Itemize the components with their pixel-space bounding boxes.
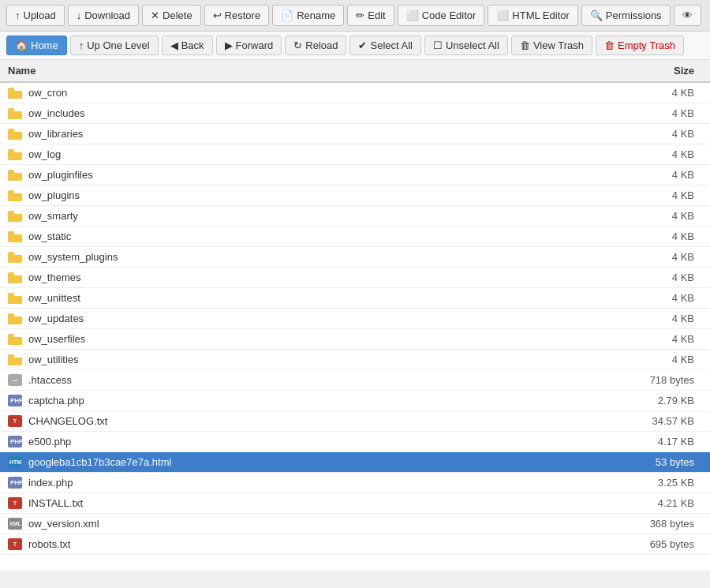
table-row[interactable]: ow_cron 4 KB xyxy=(0,82,710,103)
file-size-cell: 4.17 KB xyxy=(615,432,710,452)
table-row[interactable]: PHP captcha.php 2.79 KB xyxy=(0,391,710,411)
file-name-cell: ow_updates xyxy=(0,309,615,329)
unselect-all-icon: ☐ xyxy=(433,39,443,51)
table-row[interactable]: ow_includes 4 KB xyxy=(0,103,710,124)
folder-icon xyxy=(8,129,22,140)
nav-btn-view-trash[interactable]: 🗑View Trash xyxy=(511,36,592,55)
html-editor-icon: ⬜ xyxy=(496,9,509,21)
php-icon: PHP xyxy=(8,436,22,448)
file-size-cell: 4 KB xyxy=(615,350,710,370)
file-name-cell: ow_static xyxy=(0,227,615,247)
file-name-cell: T robots.txt xyxy=(0,534,615,555)
column-header-name[interactable]: Name xyxy=(0,60,615,82)
table-row[interactable]: ow_smarty 4 KB xyxy=(0,206,710,227)
folder-icon xyxy=(8,170,22,181)
nav-btn-select-all[interactable]: ✔Select All xyxy=(349,36,420,55)
table-row[interactable]: T robots.txt 695 bytes xyxy=(0,534,710,555)
table-row[interactable]: ow_themes 4 KB xyxy=(0,268,710,288)
toolbar: ↑Upload↓Download✕Delete↩Restore📄Rename✏E… xyxy=(0,0,710,32)
toolbar-btn-upload[interactable]: ↑Upload xyxy=(6,5,65,26)
toolbar-btn-rename[interactable]: 📄Rename xyxy=(272,5,344,26)
table-row[interactable]: — .htaccess 718 bytes xyxy=(0,370,710,391)
file-table-container: Name Size ow_cron 4 KB ow_includes 4 KB … xyxy=(0,60,710,571)
file-name-cell: ow_smarty xyxy=(0,206,615,227)
file-name: captcha.php xyxy=(28,395,84,406)
file-name: ow_libraries xyxy=(28,128,83,140)
table-row[interactable]: ow_utilities 4 KB xyxy=(0,350,710,370)
file-size-cell: 3.25 KB xyxy=(615,473,710,493)
file-name-cell: T INSTALL.txt xyxy=(0,493,615,514)
table-row[interactable]: ow_system_plugins 4 KB xyxy=(0,247,710,268)
table-row[interactable]: ow_pluginfiles 4 KB xyxy=(0,165,710,185)
table-row[interactable]: ow_libraries 4 KB xyxy=(0,124,710,144)
table-row[interactable]: HTM googleba1cb17b3cae7e7a.html 53 bytes xyxy=(0,452,710,473)
toolbar-btn-restore[interactable]: ↩Restore xyxy=(204,5,270,26)
table-row[interactable]: T INSTALL.txt 4.21 KB xyxy=(0,493,710,514)
table-row[interactable]: ow_updates 4 KB xyxy=(0,309,710,329)
folder-icon xyxy=(8,252,22,263)
file-size-cell: 4 KB xyxy=(615,247,710,268)
nav-btn-unselect-all[interactable]: ☐Unselect All xyxy=(424,36,508,55)
file-name-cell: ow_libraries xyxy=(0,124,615,144)
table-row[interactable]: ow_static 4 KB xyxy=(0,227,710,247)
file-size-cell: 368 bytes xyxy=(615,514,710,534)
file-name: googleba1cb17b3cae7e7a.html xyxy=(28,456,171,468)
html-icon: HTM xyxy=(8,456,22,468)
file-name-cell: ow_unittest xyxy=(0,288,615,309)
column-header-size[interactable]: Size xyxy=(615,60,710,82)
toolbar-btn-eye[interactable]: 👁 xyxy=(674,5,701,26)
toolbar-btn-permissions[interactable]: 🔍Permissions xyxy=(581,5,671,26)
code-editor-icon: ⬜ xyxy=(406,9,419,21)
file-size-cell: 718 bytes xyxy=(615,370,710,391)
file-size-cell: 4 KB xyxy=(615,329,710,350)
nav-btn-home[interactable]: 🏠Home xyxy=(6,36,67,55)
file-size-cell: 34.57 KB xyxy=(615,411,710,432)
file-size-cell: 4 KB xyxy=(615,103,710,124)
nav-btn-reload[interactable]: ↻Reload xyxy=(285,36,346,55)
toolbar-btn-edit[interactable]: ✏Edit xyxy=(347,5,394,26)
file-name: robots.txt xyxy=(28,538,70,550)
table-row[interactable]: ow_log 4 KB xyxy=(0,144,710,165)
file-name: CHANGELOG.txt xyxy=(28,415,107,427)
folder-icon xyxy=(8,211,22,222)
navbar: 🏠Home↑Up One Level◀Back▶Forward↻Reload✔S… xyxy=(0,32,710,60)
empty-trash-icon: 🗑 xyxy=(604,39,615,51)
file-name: ow_pluginfiles xyxy=(28,169,93,181)
file-name: ow_plugins xyxy=(28,189,80,201)
file-name: index.php xyxy=(28,477,73,489)
nav-btn-back[interactable]: ◀Back xyxy=(162,36,213,55)
table-row[interactable]: ow_unittest 4 KB xyxy=(0,288,710,309)
nav-btn-forward[interactable]: ▶Forward xyxy=(216,36,282,55)
folder-icon xyxy=(8,231,22,242)
toolbar-btn-delete[interactable]: ✕Delete xyxy=(142,5,201,26)
file-table: Name Size ow_cron 4 KB ow_includes 4 KB … xyxy=(0,60,710,555)
file-size-cell: 4.21 KB xyxy=(615,493,710,514)
nav-btn-up-one-level[interactable]: ↑Up One Level xyxy=(70,36,159,55)
table-row[interactable]: ow_plugins 4 KB xyxy=(0,185,710,206)
nav-btn-empty-trash[interactable]: 🗑Empty Trash xyxy=(596,36,684,55)
restore-icon: ↩ xyxy=(213,9,222,21)
table-row[interactable]: PHP index.php 3.25 KB xyxy=(0,473,710,493)
toolbar-btn-download[interactable]: ↓Download xyxy=(68,5,139,26)
table-row[interactable]: XML ow_version.xml 368 bytes xyxy=(0,514,710,534)
toolbar-btn-code-editor[interactable]: ⬜Code Editor xyxy=(398,5,485,26)
file-name-cell: ow_themes xyxy=(0,268,615,288)
file-size-cell: 4 KB xyxy=(615,185,710,206)
rename-icon: 📄 xyxy=(281,9,293,21)
file-name: ow_version.xml xyxy=(28,518,99,530)
file-name-cell: ow_cron xyxy=(0,82,615,103)
table-row[interactable]: ow_userfiles 4 KB xyxy=(0,329,710,350)
file-name: ow_cron xyxy=(28,87,67,99)
file-name: ow_userfiles xyxy=(28,333,85,345)
reload-icon: ↻ xyxy=(293,39,302,51)
php-icon: PHP xyxy=(8,477,22,489)
table-row[interactable]: PHP e500.php 4.17 KB xyxy=(0,432,710,452)
file-size-cell: 4 KB xyxy=(615,227,710,247)
download-icon: ↓ xyxy=(77,9,82,21)
file-name: ow_includes xyxy=(28,107,85,119)
file-name-cell: ow_log xyxy=(0,144,615,165)
toolbar-btn-html-editor[interactable]: ⬜HTML Editor xyxy=(488,5,577,26)
table-row[interactable]: T CHANGELOG.txt 34.57 KB xyxy=(0,411,710,432)
forward-icon: ▶ xyxy=(225,39,233,51)
txt-icon: T xyxy=(8,497,22,509)
